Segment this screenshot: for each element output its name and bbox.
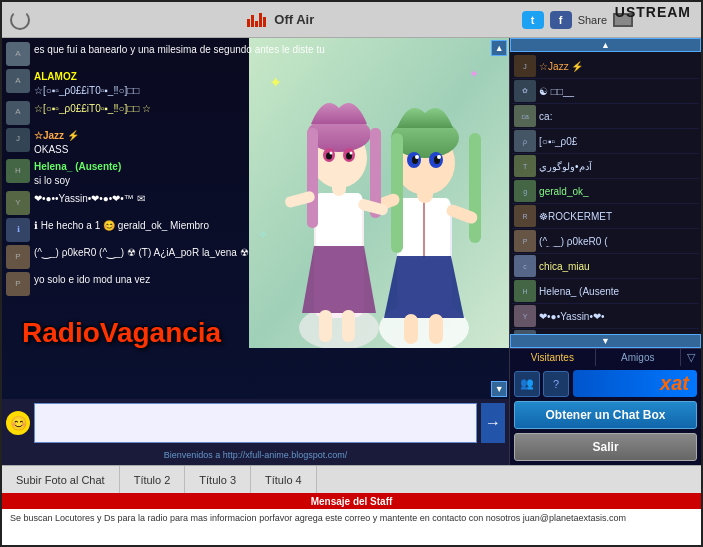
scroll-down-button[interactable]: ▼ bbox=[491, 381, 507, 397]
xat-icons: 👥 ? bbox=[514, 371, 569, 397]
avatar: A bbox=[6, 42, 30, 66]
list-item: ρ [○▪▫_ρ0£ bbox=[512, 129, 699, 154]
user-name: ☯ □□__ bbox=[539, 86, 697, 97]
right-panel: ▲ J ☆Jazz ⚡ ✿ ☯ □□__ ca ca: ρ [○▪▫_ρ0£ bbox=[509, 38, 701, 465]
message-content: yo solo e ido mod una vez bbox=[34, 272, 505, 286]
right-tabs: Visitantes Amigos ▽ bbox=[510, 348, 701, 366]
list-item: R ☸ROCKERMET bbox=[512, 204, 699, 229]
message-text: ❤•●••Yassin•❤•●•❤•™ ✉ bbox=[34, 193, 145, 204]
right-scroll-up-button[interactable]: ▲ bbox=[510, 38, 701, 52]
obtain-chatbox-button[interactable]: Obtener un Chat Box bbox=[514, 401, 697, 429]
share-button[interactable]: Share bbox=[578, 14, 607, 26]
list-item: Y ❤•●•Yassin•❤• bbox=[512, 304, 699, 329]
list-item: T آدم•ولوگوري bbox=[512, 154, 699, 179]
user-name: Helena_ (Ausente bbox=[539, 286, 697, 297]
list-item: P (^‿_) ρ0keR0 ( bbox=[512, 229, 699, 254]
message-content: ☆Jazz ⚡ OKASS bbox=[34, 128, 505, 157]
scroll-up-button[interactable]: ▲ bbox=[491, 40, 507, 56]
salir-button[interactable]: Salir bbox=[514, 433, 697, 461]
facebook-button[interactable]: f bbox=[550, 11, 572, 29]
user-name: ☆Jazz ⚡ bbox=[539, 61, 697, 72]
user-name: ☆Jazz ⚡ bbox=[34, 130, 79, 141]
staff-bar-label: Mensaje del Staff bbox=[311, 496, 393, 507]
message-text: es que fui a banearlo y una milesima de … bbox=[34, 44, 325, 55]
main-content: ✦ ✦ ✧ A es que fui a banearlo y una mile… bbox=[2, 38, 701, 465]
chat-area: ✦ ✦ ✧ A es que fui a banearlo y una mile… bbox=[2, 38, 509, 399]
list-item: g gerald_ok_ bbox=[512, 179, 699, 204]
message-row: A ☆[○▪▫_ρ0££iT0▫▪_‼○]□□ ☆ bbox=[6, 101, 505, 125]
music-bar-4 bbox=[259, 13, 262, 27]
message-content: ❤•●••Yassin•❤•●•❤•™ ✉ bbox=[34, 191, 505, 205]
message-content: es que fui a banearlo y una milesima de … bbox=[34, 42, 505, 56]
message-text: ☆[○▪▫_ρ0££iT0▫▪_‼○]□□ ☆ bbox=[34, 103, 151, 114]
avatar: J bbox=[6, 128, 30, 152]
emoji-button[interactable]: 😊 bbox=[6, 411, 30, 435]
send-button[interactable]: → bbox=[481, 403, 505, 443]
message-content: ℹ He hecho a 1 😊 gerald_ok_ Miembro bbox=[34, 218, 505, 232]
music-bar-5 bbox=[263, 17, 266, 27]
tab-amigos[interactable]: Amigos bbox=[596, 349, 681, 366]
tab-visitantes[interactable]: Visitantes bbox=[510, 349, 595, 366]
info-text: Se buscan Locutores y Ds para la radio p… bbox=[2, 509, 701, 545]
top-bar: Off Air t f Share USTREAM bbox=[2, 2, 701, 38]
avatar: P bbox=[6, 245, 30, 269]
top-center: Off Air bbox=[40, 12, 522, 27]
message-row: ℹ ℹ He hecho a 1 😊 gerald_ok_ Miembro bbox=[6, 218, 505, 242]
user-name: gerald_ok_ bbox=[539, 186, 697, 197]
tab-titulo-4[interactable]: Título 4 bbox=[251, 466, 317, 493]
xat-logo-text: xat bbox=[660, 372, 689, 394]
refresh-button[interactable] bbox=[10, 10, 30, 30]
user-name: Helena_ (Ausente) bbox=[34, 161, 121, 172]
avatar: ℹ bbox=[6, 218, 30, 242]
twitter-button[interactable]: t bbox=[522, 11, 544, 29]
user-name: ca: bbox=[539, 111, 697, 122]
chat-input-row: 😊 → bbox=[6, 403, 505, 443]
tab-subir-foto[interactable]: Subir Foto al Chat bbox=[2, 466, 120, 493]
message-row: P (^‿_) ρ0keR0 (^‿_) ☢ (T) A¿iA_poR la_v… bbox=[6, 245, 505, 269]
avatar: P bbox=[6, 272, 30, 296]
message-text: si lo soy bbox=[34, 175, 70, 186]
chat-message-input[interactable] bbox=[34, 403, 477, 443]
xat-logo-bg: xat bbox=[573, 370, 697, 397]
message-content: Helena_ (Ausente) si lo soy bbox=[34, 159, 505, 188]
chat-footer-text: Bienvenidos a http://xfull-anime.blogspo… bbox=[164, 448, 348, 462]
list-item: c chica_miau bbox=[512, 254, 699, 279]
list-item: J ☆Jazz ⚡ bbox=[512, 54, 699, 79]
message-text: ☆[○▪▫_ρ0££iT0▫▪_‼○]□□ bbox=[34, 85, 139, 96]
list-item: ca ca: bbox=[512, 104, 699, 129]
avatar: H bbox=[6, 159, 30, 183]
message-row: H Helena_ (Ausente) si lo soy bbox=[6, 159, 505, 188]
user-name: ❤•●•Yassin•❤• bbox=[539, 311, 697, 322]
message-content: ALAMOZ ☆[○▪▫_ρ0££iT0▫▪_‼○]□□ bbox=[34, 69, 505, 98]
left-panel: ✦ ✦ ✧ A es que fui a banearlo y una mile… bbox=[2, 38, 509, 465]
xat-header: 👥 ? xat bbox=[514, 370, 697, 397]
tab-arrow-icon[interactable]: ▽ bbox=[681, 349, 701, 366]
tab-titulo-3[interactable]: Título 3 bbox=[185, 466, 251, 493]
radio-title: RadioVagancia bbox=[22, 317, 221, 349]
message-text: yo solo e ido mod una vez bbox=[34, 274, 150, 285]
right-bottom: 👥 ? xat Obtener un Chat Box Salir bbox=[510, 366, 701, 465]
avatar: ✿ bbox=[514, 80, 536, 102]
message-row: J ☆Jazz ⚡ OKASS bbox=[6, 128, 505, 157]
music-bar-2 bbox=[251, 15, 254, 27]
tab-titulo-2[interactable]: Título 2 bbox=[120, 466, 186, 493]
users-icon-button[interactable]: 👥 bbox=[514, 371, 540, 397]
window-title: Off Air bbox=[274, 12, 314, 27]
user-name: chica_miau bbox=[539, 261, 697, 272]
help-icon-button[interactable]: ? bbox=[543, 371, 569, 397]
music-bar-1 bbox=[247, 19, 250, 27]
message-text: OKASS bbox=[34, 144, 68, 155]
user-list: J ☆Jazz ⚡ ✿ ☯ □□__ ca ca: ρ [○▪▫_ρ0£ T bbox=[510, 52, 701, 334]
avatar: A bbox=[6, 69, 30, 93]
music-bar-3 bbox=[255, 21, 258, 27]
avatar: J bbox=[514, 55, 536, 77]
avatar: ρ bbox=[514, 130, 536, 152]
message-text: (^‿_) ρ0keR0 (^‿_) ☢ (T) A¿iA_poR la_ven… bbox=[34, 247, 249, 258]
user-name: ALAMOZ bbox=[34, 71, 77, 82]
app-frame: Off Air t f Share USTREAM bbox=[0, 0, 703, 547]
message-row: A ALAMOZ ☆[○▪▫_ρ0££iT0▫▪_‼○]□□ bbox=[6, 69, 505, 98]
message-row: P yo solo e ido mod una vez bbox=[6, 272, 505, 296]
user-name: آدم•ولوگوري bbox=[539, 161, 697, 172]
xat-logo: xat bbox=[573, 370, 697, 397]
right-scroll-down-button[interactable]: ▼ bbox=[510, 334, 701, 348]
